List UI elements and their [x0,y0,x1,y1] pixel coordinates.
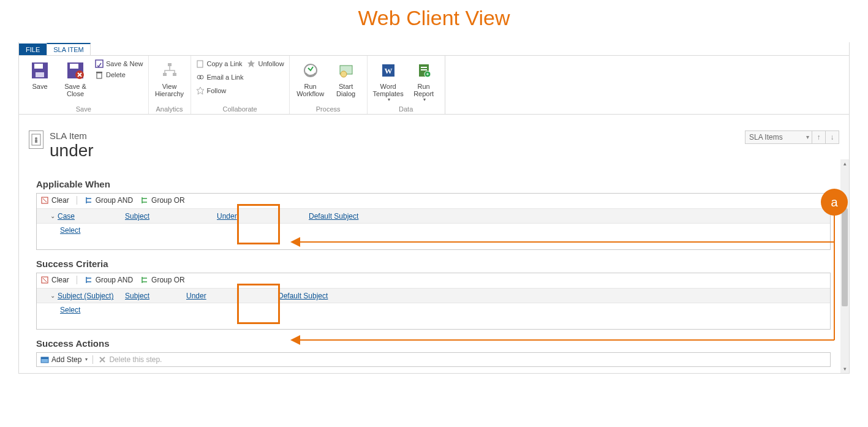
svg-rect-9 [168,63,172,66]
expand-toggle[interactable]: ⌄ [48,213,58,219]
svg-rect-10 [163,73,167,76]
condition-field[interactable]: Subject [125,212,149,221]
record-header: SLA Item under SLA Items ↑ ↓ [19,123,849,159]
report-icon [414,61,434,80]
clear-label: Clear [51,276,69,284]
email-link-button[interactable]: Email a Link [196,73,244,81]
ribbon-group-save-label: Save [24,103,143,113]
ribbon-group-process: Run Workflow Start Dialog Process [290,56,368,114]
condition-entity[interactable]: Case [58,212,75,221]
copy-link-button[interactable]: Copy a Link [196,59,244,68]
dialog-icon [336,61,356,80]
view-hierarchy-label: View Hierarchy [155,83,184,97]
condition-select[interactable]: Select [60,306,80,314]
run-report-label: Run Report [413,83,434,97]
clear-button[interactable]: Clear [40,196,69,205]
svg-text:W: W [384,66,392,75]
copy-link-icon [196,59,205,68]
save-button[interactable]: Save [24,59,56,90]
tab-bar: FILE SLA ITEM [19,42,849,56]
group-and-icon [85,276,93,284]
chevron-down-icon: ▾ [85,357,88,362]
nav-up-button[interactable]: ↑ [812,130,826,144]
email-link-icon [196,73,205,81]
condition-operator[interactable]: Under [217,212,237,221]
condition-toolbar: Clear Group AND Group OR [37,194,830,208]
ribbon-group-analytics-label: Analytics [154,103,186,113]
svg-point-25 [35,137,37,140]
form-body: Applicable When Clear Group AND Group OR [19,159,849,373]
svg-rect-22 [421,69,427,70]
run-report-button[interactable]: Run Report▾ [408,59,440,103]
svg-rect-12 [197,61,203,67]
tab-sla-item[interactable]: SLA ITEM [47,43,91,55]
add-step-label: Add Step [51,355,81,364]
ribbon-group-process-label: Process [295,103,362,113]
condition-value[interactable]: Default Subject [309,212,358,221]
start-dialog-label: Start Dialog [336,83,355,97]
nav-down-button[interactable]: ↓ [826,130,839,144]
ribbon-group-analytics: View Hierarchy Analytics [149,56,191,114]
clear-icon [40,276,49,284]
condition-row: ⌄ Subject (Subject) Subject Under Defaul… [37,288,830,303]
svg-rect-7 [97,73,102,78]
scroll-up-icon[interactable]: ▴ [840,159,849,168]
svg-point-14 [200,75,203,79]
applicable-when-condition: Clear Group AND Group OR ⌄ Case [36,193,831,250]
delete-step-button: Delete this step. [98,355,162,364]
run-workflow-label: Run Workflow [296,83,324,97]
condition-select[interactable]: Select [60,226,80,235]
clear-button[interactable]: Clear [40,276,69,284]
success-actions-bar: Add Step ▾ Delete this step. [36,352,831,367]
scroll-thumb[interactable] [842,208,848,306]
condition-value[interactable]: Default Subject [278,292,328,300]
follow-button[interactable]: Follow [196,86,244,95]
copy-link-label: Copy a Link [207,60,243,67]
separator [92,355,93,364]
condition-entity[interactable]: Subject (Subject) [58,292,113,300]
svg-rect-8 [96,72,102,73]
hierarchy-icon [160,61,179,80]
group-and-button[interactable]: Group AND [85,276,133,284]
scroll-down-icon[interactable]: ▾ [840,365,849,373]
record-nav-select[interactable]: SLA Items [745,130,812,144]
save-icon [30,61,50,80]
svg-rect-1 [34,64,43,69]
add-step-button[interactable]: Add Step ▾ [40,355,88,364]
group-or-button[interactable]: Group OR [140,196,185,205]
tab-file[interactable]: FILE [19,43,47,55]
word-templates-label: Word Templates [373,83,404,97]
run-workflow-button[interactable]: Run Workflow [295,59,326,97]
group-or-label: Group OR [151,276,185,284]
condition-operator[interactable]: Under [186,292,206,300]
app-window: FILE SLA ITEM Save Save & Close [18,42,850,374]
group-and-button[interactable]: Group AND [85,196,133,205]
group-and-icon [85,196,93,205]
group-and-label: Group AND [96,196,133,205]
clear-icon [40,196,49,205]
follow-label: Follow [207,87,227,94]
save-label: Save [32,83,47,90]
delete-step-icon [98,355,107,364]
view-hierarchy-button[interactable]: View Hierarchy [154,59,186,97]
record-entity: SLA Item [50,130,94,141]
unfollow-button[interactable]: Unfollow [247,59,284,68]
unfollow-label: Unfollow [258,60,284,67]
svg-rect-21 [421,67,427,68]
group-or-button[interactable]: Group OR [140,276,185,284]
svg-rect-2 [36,72,44,77]
condition-select-row: Select [37,303,830,317]
save-new-button[interactable]: Save & New [95,59,143,68]
save-close-button[interactable]: Save & Close [59,59,91,97]
delete-button[interactable]: Delete [95,70,143,79]
save-new-icon [95,59,104,68]
word-templates-button[interactable]: W Word Templates▾ [372,59,404,103]
group-or-icon [140,276,149,284]
expand-toggle[interactable]: ⌄ [48,292,58,299]
condition-row: ⌄ Case Subject Under Default Subject [37,208,830,223]
section-applicable-when-title: Applicable When [36,179,831,189]
condition-field[interactable]: Subject [125,292,149,300]
page-heading: Web Client View [0,0,868,42]
start-dialog-button[interactable]: Start Dialog [330,59,362,97]
condition-toolbar: Clear Group AND Group OR [37,273,830,288]
